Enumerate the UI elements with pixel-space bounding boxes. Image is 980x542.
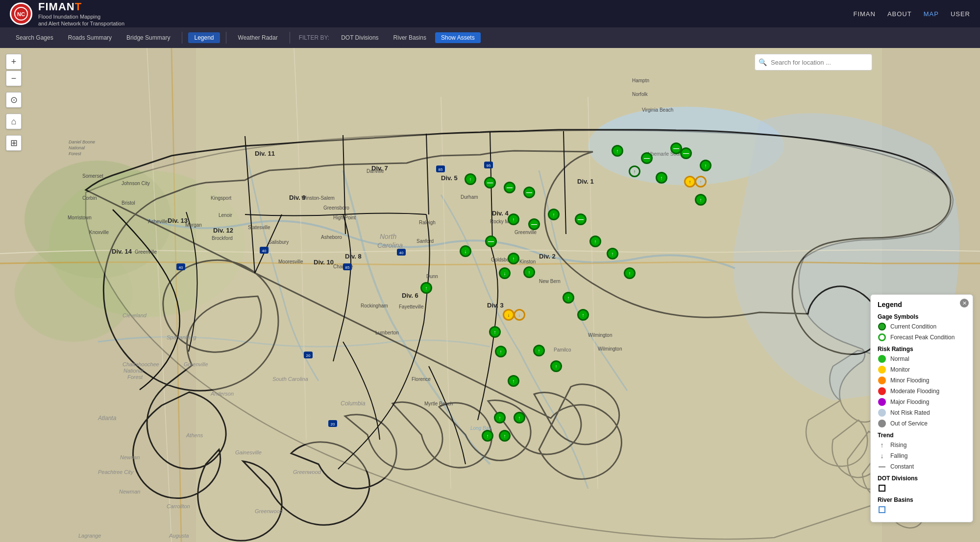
map-container[interactable]: Somerset Corbin Morristown Knoxville Joh… — [0, 48, 980, 542]
gage-marker-19[interactable]: ↓ — [503, 309, 514, 321]
forecast-peak-symbol — [878, 333, 886, 342]
search-gages-button[interactable]: Search Gages — [10, 32, 59, 43]
bridge-summary-button[interactable]: Bridge Summary — [121, 32, 176, 43]
gage-marker-3[interactable]: ↑ — [629, 165, 640, 177]
logo-area: NC FIMANT Flood Inundation Mapping and A… — [10, 0, 124, 27]
legend-close-button[interactable]: ✕ — [960, 299, 969, 307]
gage-marker-10[interactable]: — — [523, 187, 535, 198]
gage-marker-25[interactable]: — — [575, 213, 587, 225]
gage-marker-32[interactable]: ↑ — [684, 176, 696, 188]
gage-marker-34[interactable]: ↑ — [695, 194, 707, 206]
gage-marker-17[interactable]: ↓ — [499, 267, 511, 279]
gage-marker-38[interactable]: ↑ — [494, 412, 506, 424]
nav-user[interactable]: USER — [951, 10, 970, 18]
gage-marker-23[interactable]: ↑ — [495, 346, 507, 357]
svg-text:Rockingham: Rockingham — [361, 303, 388, 308]
gage-marker-30[interactable]: ↑ — [577, 309, 589, 321]
svg-text:Kingsport: Kingsport — [211, 195, 231, 201]
svg-text:Greensboro: Greensboro — [323, 205, 349, 211]
svg-text:Greenville: Greenville — [514, 230, 537, 235]
gage-marker-6[interactable]: ↑ — [700, 160, 711, 171]
gage-marker-29[interactable]: ↑ — [563, 292, 574, 304]
home-button[interactable]: ⌂ — [6, 114, 22, 129]
location-search-input[interactable] — [755, 54, 872, 71]
layers-button[interactable]: ⊞ — [6, 135, 22, 151]
gage-marker-40[interactable]: ↑ — [499, 430, 511, 442]
gage-marker-13[interactable]: ↑ — [548, 209, 560, 220]
legend-forecast-peak: Forecast Peak Condition — [878, 333, 966, 342]
nav-fiman[interactable]: FIMAN — [853, 10, 875, 18]
gage-marker-28[interactable]: ↑ — [624, 267, 636, 279]
nav-map[interactable]: MAP — [924, 10, 939, 18]
logo-icon: NC — [10, 2, 32, 25]
gage-marker-1[interactable]: ↑ — [612, 145, 623, 157]
gage-marker-4[interactable]: ↑ — [656, 172, 667, 184]
svg-text:20: 20 — [306, 353, 311, 358]
gage-marker-16[interactable]: ↑ — [508, 253, 519, 264]
gage-marker-35[interactable]: ↑ — [533, 345, 545, 356]
svg-text:85: 85 — [345, 265, 350, 270]
gage-marker-20[interactable]: ↓ — [514, 309, 525, 321]
legend-dot-divisions-symbol — [878, 484, 966, 493]
risk-ratings-section-title: Risk Ratings — [878, 346, 966, 353]
svg-text:Corbin: Corbin — [82, 195, 97, 201]
legend-normal: Normal — [878, 354, 966, 363]
svg-text:20: 20 — [331, 422, 335, 426]
zoom-out-button[interactable]: − — [6, 71, 22, 86]
svg-text:Statesville: Statesville — [248, 225, 270, 230]
svg-text:Kinston: Kinston — [519, 259, 536, 264]
svg-text:Augusta: Augusta — [169, 533, 189, 539]
svg-text:40: 40 — [399, 251, 404, 255]
dot-divisions-section-title: DOT Divisions — [878, 475, 966, 482]
gage-marker-22[interactable]: ↑ — [489, 326, 501, 338]
legend-river-basins-symbol — [878, 505, 966, 514]
gage-marker-26[interactable]: ↑ — [589, 236, 601, 247]
gage-marker-37[interactable]: ↑ — [514, 412, 525, 424]
gage-marker-39[interactable]: ↑ — [482, 430, 493, 442]
svg-text:Peachtree City: Peachtree City — [98, 469, 134, 475]
svg-text:Virginia Beach: Virginia Beach — [642, 107, 673, 113]
svg-text:Winston-Salem: Winston-Salem — [301, 195, 335, 201]
gage-marker-8[interactable]: — — [484, 177, 496, 189]
legend-button[interactable]: Legend — [188, 32, 220, 43]
gage-marker-14[interactable]: ↓ — [460, 245, 471, 257]
legend-moderate-flooding: Moderate Flooding — [878, 387, 966, 396]
gage-marker-12[interactable]: — — [528, 218, 540, 230]
app-title: FIMANT — [38, 0, 124, 13]
gage-marker-36[interactable]: ↑ — [550, 360, 562, 372]
gage-marker-33[interactable]: ↑ — [695, 176, 707, 188]
svg-text:Florence: Florence — [412, 377, 431, 382]
dot-divisions-button[interactable]: DOT Divisions — [335, 32, 384, 43]
svg-text:Greenville: Greenville — [184, 361, 208, 367]
toolbar-divider-1 — [182, 32, 182, 44]
svg-text:Lagrange: Lagrange — [78, 533, 101, 539]
legend-panel: ✕ Legend Gage Symbols Current Condition … — [870, 294, 973, 522]
search-box: 🔍 — [755, 54, 872, 71]
gage-marker-9[interactable]: — — [504, 182, 515, 193]
zoom-in-button[interactable]: + — [6, 54, 22, 70]
gage-symbols-section-title: Gage Symbols — [878, 313, 966, 320]
current-condition-symbol — [878, 322, 886, 331]
river-basins-button[interactable]: River Basins — [388, 32, 432, 43]
svg-text:Norfolk: Norfolk — [632, 92, 648, 97]
compass-button[interactable]: ⊙ — [6, 92, 22, 108]
svg-text:Atlanta: Atlanta — [98, 415, 117, 422]
roads-summary-button[interactable]: Roads Summary — [62, 32, 118, 43]
svg-text:Greenville: Greenville — [135, 249, 157, 255]
gage-marker-15[interactable]: — — [485, 236, 497, 247]
gage-marker-24[interactable]: ↑ — [508, 375, 519, 387]
svg-text:Knoxville: Knoxville — [89, 230, 109, 235]
weather-radar-button[interactable]: Weather Radar — [232, 32, 284, 43]
gage-marker-2[interactable]: — — [641, 152, 653, 164]
gage-marker-21[interactable]: ↑ — [420, 282, 432, 294]
svg-text:New Bern: New Bern — [539, 279, 561, 284]
gage-marker-18[interactable]: ↑ — [523, 266, 535, 278]
show-assets-button[interactable]: Show Assets — [435, 32, 481, 43]
gage-marker-31[interactable]: — — [670, 142, 682, 154]
gage-marker-7[interactable]: ↑ — [465, 173, 476, 185]
gage-marker-27[interactable]: ↑ — [607, 248, 618, 259]
svg-text:Morristown: Morristown — [68, 215, 92, 220]
nav-about[interactable]: ABOUT — [887, 10, 912, 18]
gage-marker-11[interactable]: ↑ — [508, 213, 519, 225]
filter-by-label: FILTER BY: — [296, 34, 332, 41]
